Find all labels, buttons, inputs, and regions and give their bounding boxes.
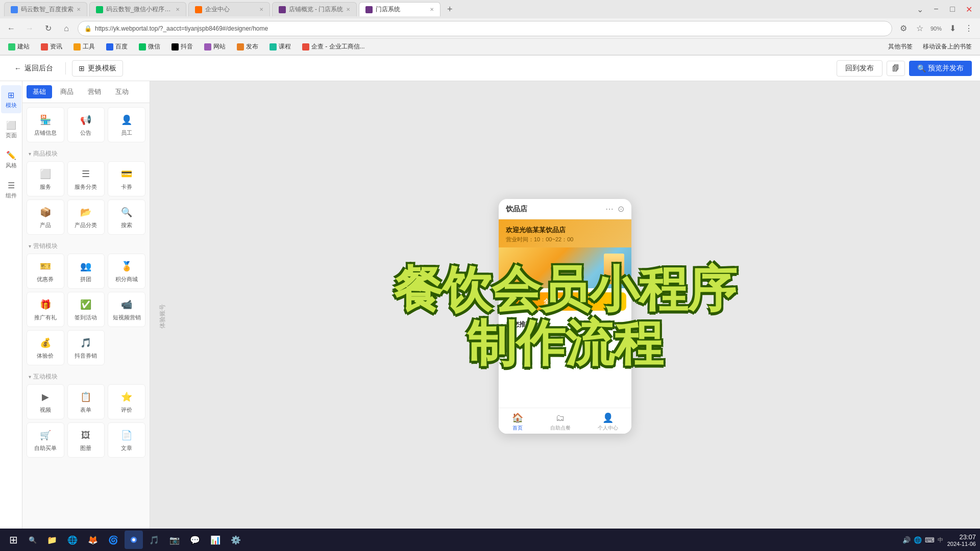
menu-button[interactable]: ⋮ [962, 21, 976, 36]
module-item-review[interactable]: ⭐ 评价 [108, 384, 145, 419]
bookmark-other[interactable]: 其他书签 [884, 41, 917, 52]
bookmark-mobile[interactable]: 移动设备上的书签 [919, 41, 976, 52]
taskbar-search[interactable]: 🔍 [24, 531, 41, 549]
tab-interactive[interactable]: 互动 [109, 85, 135, 98]
module-item-staff[interactable]: 👤 员工 [108, 107, 145, 142]
minimize-button[interactable]: − [929, 2, 943, 16]
product-cat-icon: 📂 [79, 205, 93, 219]
maximize-button[interactable]: □ [945, 2, 960, 16]
taskbar-browser-1[interactable]: 🌐 [63, 531, 82, 549]
module-item-price[interactable]: 💰 体验价 [27, 330, 64, 365]
tab-2[interactable]: 码云数智_微信小程序制作平台 ✕ [89, 2, 186, 16]
bookmark-douyin[interactable]: 抖音 [167, 41, 197, 52]
module-item-article[interactable]: 📄 文章 [108, 422, 145, 458]
module-item-store-info[interactable]: 🏪 店铺信息 [27, 107, 64, 142]
module-item-group[interactable]: 👥 拼团 [67, 254, 105, 289]
tab-3-close[interactable]: ✕ [259, 7, 263, 12]
taskbar-spreadsheet[interactable]: 📊 [206, 531, 225, 549]
module-item-video[interactable]: ▶ 视频 [27, 384, 64, 419]
phone-close-icon[interactable]: ⊙ [618, 204, 624, 214]
article-label: 文章 [121, 444, 132, 452]
tab-basic[interactable]: 基础 [27, 85, 52, 98]
tab-3[interactable]: 企业中心 ✕ [188, 2, 270, 16]
profile-nav-icon: 👤 [602, 412, 614, 423]
taskbar-settings[interactable]: ⚙️ [227, 531, 245, 549]
bookmark-course[interactable]: 课程 [265, 41, 295, 52]
bookmark-tools[interactable]: 工具 [69, 41, 99, 52]
preview-publish-button[interactable]: 🔍 预览并发布 [909, 61, 972, 76]
taskbar-firefox[interactable]: 🦊 [84, 531, 102, 549]
module-item-service[interactable]: ⬜ 服务 [27, 161, 64, 196]
home-button[interactable]: ⌂ [59, 21, 74, 36]
extensions-button[interactable]: ⚙ [896, 21, 911, 36]
bookmark-baidu[interactable]: 百度 [102, 41, 132, 52]
bookmark-jian-zhan[interactable]: 建站 [4, 41, 34, 52]
gift-label: 推广有礼 [34, 314, 57, 321]
module-item-product-cat[interactable]: 📂 产品分类 [67, 199, 105, 235]
taskbar-file-explorer[interactable]: 📁 [43, 531, 61, 549]
new-tab-button[interactable]: + [443, 2, 457, 16]
back-label: 返回后台 [24, 64, 53, 73]
tab-1[interactable]: 码云数智_百度搜索 ✕ [4, 2, 87, 16]
taskbar-edge[interactable]: 🌀 [104, 531, 122, 549]
change-template-button[interactable]: ⊞ 更换模板 [72, 60, 123, 77]
drink-cup-decoration [604, 254, 624, 284]
bookmark-icon-douyin [172, 43, 179, 51]
sidebar-item-components[interactable]: ☰ 组件 [1, 176, 21, 204]
bottom-nav-order[interactable]: 🗂 自助点餐 [550, 413, 571, 432]
close-button[interactable]: ✕ [962, 2, 976, 16]
bottom-nav-profile[interactable]: 👤 个人中心 [598, 412, 618, 432]
bookmark-enterprise[interactable]: 企查 - 企业工商信... [298, 41, 369, 52]
module-item-service-cat[interactable]: ☰ 服务分类 [67, 161, 105, 196]
taskbar-music[interactable]: 🎵 [145, 531, 163, 549]
tab-marketing[interactable]: 营销 [82, 85, 107, 98]
bookmark-button[interactable]: ☆ [913, 21, 927, 36]
tab-4-close[interactable]: ✕ [346, 7, 350, 12]
module-item-douyin[interactable]: 🎵 抖音券销 [67, 330, 105, 365]
tab-3-label: 企业中心 [205, 5, 230, 14]
phone-content: 欢迎光临某某饮品店 营业时间：10：00~22：00 全程零接触送达 ✎ [499, 219, 631, 334]
taskbar-chrome[interactable] [125, 531, 143, 549]
bookmark-publish[interactable]: 发布 [233, 41, 262, 52]
tab-1-close[interactable]: ✕ [77, 7, 81, 12]
module-item-card[interactable]: 💳 卡券 [108, 161, 145, 196]
module-item-video-mkt[interactable]: 📹 短视频营销 [108, 292, 145, 327]
forward-nav-button[interactable]: → [22, 21, 37, 36]
back-nav-button[interactable]: ← [4, 21, 18, 36]
sidebar-item-modules[interactable]: ⊞ 模块 [1, 85, 21, 113]
module-item-form[interactable]: 📋 表单 [67, 384, 105, 419]
bookmark-news[interactable]: 资讯 [37, 41, 66, 52]
app-container: ← 返回后台 ⊞ 更换模板 回到发布 🗐 🔍 预览并发布 ⊞ 模块 [0, 56, 980, 551]
tab-5[interactable]: 门店系统 ✕ [359, 2, 440, 16]
module-item-notice[interactable]: 📢 公告 [67, 107, 105, 142]
start-button[interactable]: ⊞ [4, 531, 22, 549]
download-button[interactable]: ⬇ [945, 21, 960, 36]
sync-to-publish-button[interactable]: 回到发布 [837, 60, 883, 77]
zoom-indicator[interactable]: 90% [929, 21, 943, 36]
module-item-product[interactable]: 📦 产品 [27, 199, 64, 235]
phone-more-icon[interactable]: ⋯ [605, 204, 614, 214]
reload-button[interactable]: ↻ [41, 21, 55, 36]
module-item-search[interactable]: 🔍 搜索 [108, 199, 145, 235]
tab-4[interactable]: 店铺概览 - 门店系统 ✕ [272, 2, 357, 16]
tab-list-button[interactable]: ⌄ [913, 2, 927, 16]
address-bar[interactable]: 🔒 https://yk.webportal.top/?_aacct=tiyan… [78, 21, 892, 36]
module-item-coupon[interactable]: 🎫 优惠券 [27, 254, 64, 289]
module-item-sign[interactable]: ✅ 签到活动 [67, 292, 105, 327]
bottom-nav-home[interactable]: 🏠 首页 [512, 412, 523, 432]
module-item-gallery[interactable]: 🖼 图册 [67, 422, 105, 458]
back-to-admin-button[interactable]: ← 返回后台 [8, 61, 59, 76]
copy-button[interactable]: 🗐 [887, 61, 905, 76]
module-item-points[interactable]: 🏅 积分商城 [108, 254, 145, 289]
module-item-autobuy[interactable]: 🛒 自助买单 [27, 422, 64, 458]
taskbar-chat[interactable]: 💬 [186, 531, 204, 549]
bookmark-website[interactable]: 网站 [200, 41, 230, 52]
sidebar-item-style[interactable]: ✏️ 风格 [1, 145, 21, 173]
sidebar-item-pages[interactable]: ⬜ 页面 [1, 115, 21, 143]
module-item-gift[interactable]: 🎁 推广有礼 [27, 292, 64, 327]
bookmark-wechat[interactable]: 微信 [135, 41, 164, 52]
tab-5-close[interactable]: ✕ [430, 7, 434, 12]
taskbar-camera[interactable]: 📷 [165, 531, 184, 549]
tab-2-close[interactable]: ✕ [176, 7, 180, 12]
tab-products[interactable]: 商品 [54, 85, 80, 98]
